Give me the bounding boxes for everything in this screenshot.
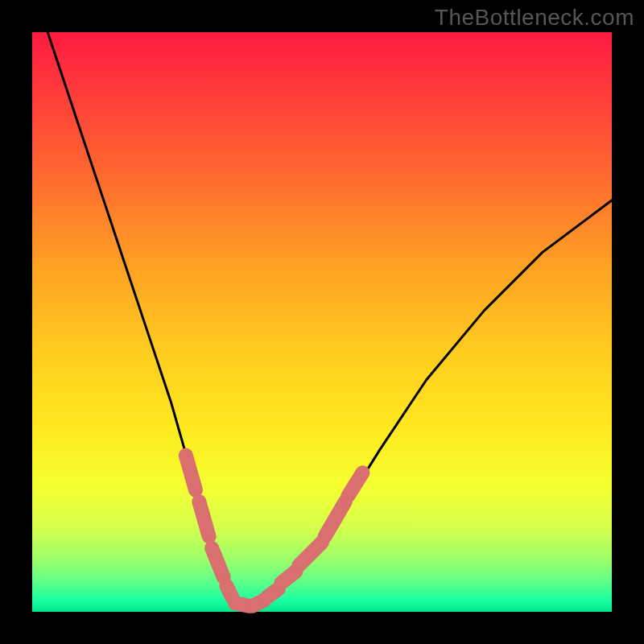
highlight-segment <box>325 502 345 536</box>
curve-layer <box>32 32 612 612</box>
highlight-segment <box>226 586 232 597</box>
chart-frame: TheBottleneck.com <box>0 0 644 644</box>
highlight-segment <box>199 502 208 536</box>
highlight-segment <box>186 456 196 490</box>
watermark-text: TheBottleneck.com <box>435 5 634 31</box>
highlight-segment <box>267 588 279 597</box>
highlight-segment <box>212 548 223 577</box>
plot-area <box>32 32 612 612</box>
highlight-segment <box>282 572 296 583</box>
highlight-segment <box>348 473 362 496</box>
bottleneck-curve <box>32 0 612 606</box>
highlight-segment <box>299 543 322 566</box>
